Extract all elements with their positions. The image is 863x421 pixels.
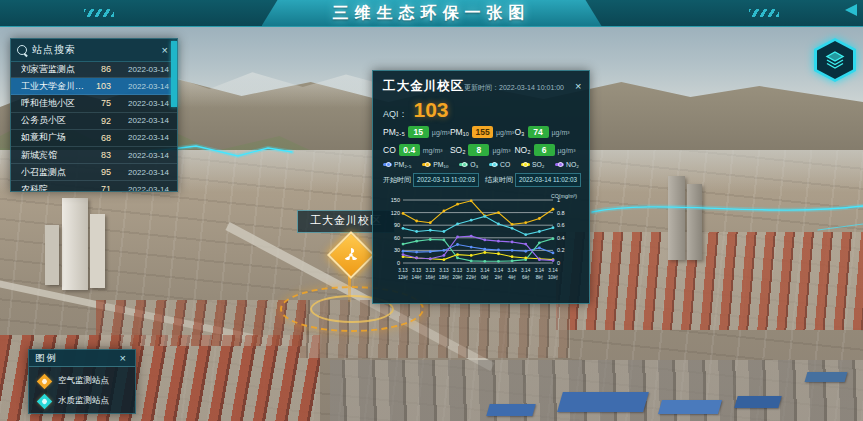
svg-text:3.13: 3.13 [398,268,408,273]
svg-text:3.13: 3.13 [412,268,422,273]
pollutant-unit: µg/m³ [496,129,514,136]
close-icon[interactable]: × [117,351,129,366]
pollutant-value-badge: 8 [468,144,489,156]
map-blue-roof [557,392,649,412]
map-tower-white [62,198,88,290]
svg-text:3.14: 3.14 [507,268,517,273]
map-tower-white [90,214,105,288]
station-name: 呼和佳地小区 [21,97,87,110]
svg-text:3.13: 3.13 [467,268,477,273]
chart-legend-item[interactable]: NO₂ [555,161,579,168]
station-row[interactable]: 呼和佳地小区752022-03-14 [11,95,177,112]
station-aqi-value: 103 [91,81,111,91]
legend-dot [521,163,530,166]
station-row[interactable]: 工业大学金川校区1032022-03-14 [11,78,177,95]
svg-text:0.4: 0.4 [557,235,565,241]
svg-text:120: 120 [391,210,400,216]
pollutant-value-badge: 6 [534,144,555,156]
map-blue-roof [805,372,848,382]
pollutant-label: SO₂ [450,145,466,155]
pollutant-value-badge: 155 [472,126,493,138]
pollutant-label: NO₂ [514,145,530,155]
map-buildings-red [556,232,863,330]
legend-diamond-icon [37,373,53,389]
pollutant-cell: CO0.4mg/m³ [383,144,450,156]
chart-legend-item[interactable]: O₃ [459,161,478,168]
pollutant-unit: µg/m³ [558,147,576,154]
pollutant-label: O₃ [514,127,524,137]
station-date: 2022-03-14 [117,151,169,160]
app-stage: 工大金川校区 三维生态环保一张图 站点搜索 × 刘家营监测点862022-03-… [0,0,863,421]
station-aqi-value: 75 [91,98,111,108]
svg-text:10时: 10时 [548,275,558,280]
svg-text:4时: 4时 [508,275,516,280]
pollutant-label: PM₂.₅ [383,127,405,137]
svg-text:18时: 18时 [439,275,449,280]
svg-text:14时: 14时 [412,275,422,280]
legend-dot [422,163,431,166]
station-aqi-value: 95 [91,167,111,177]
station-aqi-value: 86 [91,64,111,74]
chart-legend-item[interactable]: CO [489,161,510,168]
aqi-trend-chart: 030609012015000.20.40.60.81CO(mg/m³)3.13… [383,189,579,293]
pollutant-cell: SO₂8µg/m³ [450,144,515,156]
legend-item: 空气监测站点 [37,371,127,391]
layers-hexagon-icon[interactable] [814,38,856,82]
svg-text:0.6: 0.6 [557,222,565,228]
pollutant-unit: µg/m³ [552,129,570,136]
svg-text:12时: 12时 [398,275,408,280]
chart-legend-item[interactable]: SO₂ [521,161,544,168]
chart-legend-item[interactable]: PM₂.₅ [383,161,411,168]
station-date: 2022-03-14 [117,185,169,191]
svg-text:0: 0 [557,260,560,266]
legend-panel-title: 图例 [35,352,117,365]
svg-text:2时: 2时 [495,275,503,280]
popup-title: 工大金川校区 [383,78,464,95]
svg-text:8时: 8时 [536,275,544,280]
station-aqi-value: 92 [91,116,111,126]
legend-item-label: 水质监测站点 [58,395,109,407]
pollutant-grid: PM₂.₅15µg/m³PM₁₀155µg/m³O₃74µg/m³CO0.4mg… [383,126,579,156]
close-icon[interactable]: × [572,79,584,94]
map-blue-roof [658,400,722,414]
station-row[interactable]: 如意和广场682022-03-14 [11,130,177,147]
legend-dot [555,163,564,166]
station-date: 2022-03-14 [117,133,169,142]
pinwheel-icon [336,240,366,270]
update-time: 更新时间：2022-03-14 10:01:00 [464,83,564,93]
scrollbar-thumb[interactable] [171,41,177,107]
chart-legend: PM₂.₅PM₁₀O₃COSO₂NO₂ [383,161,579,168]
update-time-value: 2022-03-14 10:01:00 [499,84,564,91]
pollutant-cell: NO₂6µg/m³ [514,144,579,156]
svg-text:16时: 16时 [425,275,435,280]
station-row[interactable]: 公务员小区922022-03-14 [11,113,177,130]
pollutant-cell: PM₁₀155µg/m³ [450,126,515,138]
svg-text:60: 60 [394,235,400,241]
station-row[interactable]: 新城宾馆832022-03-14 [11,147,177,164]
station-row[interactable]: 小召监测点952022-03-14 [11,164,177,181]
aqi-label: AQI： [383,108,408,121]
station-row[interactable]: 刘家营监测点862022-03-14 [11,61,177,78]
start-time-input[interactable]: 2022-03-13 11:02:03 [413,173,479,187]
svg-text:0.8: 0.8 [557,210,565,216]
pollutant-label: PM₁₀ [450,127,469,137]
station-row[interactable]: 农科院712022-03-14 [11,181,177,191]
svg-text:3.14: 3.14 [535,268,545,273]
svg-text:30: 30 [394,247,400,253]
legend-diamond-icon [37,393,53,409]
legend-label: SO₂ [532,161,544,168]
pollutant-unit: µg/m³ [492,147,510,154]
station-aqi-value: 68 [91,133,111,143]
aqi-readout: AQI： 103 [383,98,579,122]
chart-legend-item[interactable]: PM₁₀ [422,161,448,168]
time-range-row: 开始时间 2022-03-13 11:02:03 结束时间 2022-03-14… [383,173,579,187]
page-title: 三维生态环保一张图 [0,0,863,26]
aqi-value: 103 [414,98,449,122]
legend-dot [489,163,498,166]
pollutant-unit: µg/m³ [432,129,450,136]
close-icon[interactable]: × [159,43,171,58]
station-search-panel: 站点搜索 × 刘家营监测点862022-03-14工业大学金川校区1032022… [10,38,178,192]
station-name: 工业大学金川校区 [21,80,87,93]
station-date: 2022-03-14 [117,82,169,91]
end-time-input[interactable]: 2022-03-14 11:02:03 [515,173,581,187]
